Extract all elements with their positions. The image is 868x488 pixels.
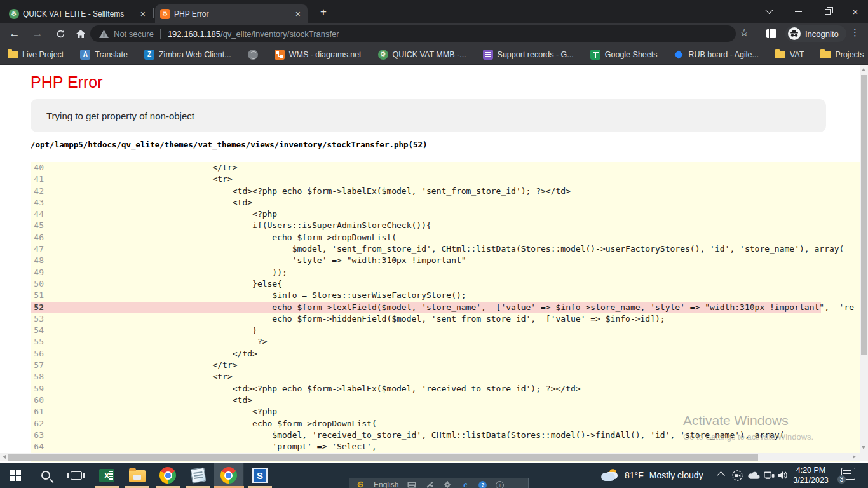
start-button[interactable] — [0, 463, 31, 488]
wms-icon — [275, 50, 285, 60]
line-number: 62 — [31, 418, 48, 430]
language-label[interactable]: English — [374, 480, 398, 488]
line-text: echo $form->textField($model, 'store_nam… — [48, 302, 854, 313]
taskbar-chrome-active[interactable] — [214, 463, 244, 488]
taskbar-search-button[interactable] — [31, 463, 61, 488]
window-restore-button[interactable] — [815, 0, 840, 23]
info-icon[interactable]: i — [496, 481, 504, 488]
browser-menu-icon[interactable]: ⋮ — [850, 27, 860, 38]
taskbar-s-app[interactable]: S — [245, 463, 275, 488]
bookmark-item-5[interactable]: ⚙QUICK VAT MMB -... — [378, 50, 466, 60]
horizontal-scrollbar[interactable] — [0, 453, 860, 461]
weather-icon — [601, 469, 619, 482]
scroll-up-arrow[interactable] — [862, 68, 865, 71]
bookmark-label: WMS - diagrams.net — [289, 50, 362, 59]
code-line-50: 50 }else{ — [31, 278, 860, 290]
tab-title: PHP Error — [174, 10, 290, 18]
keyboard-layout-icon[interactable] — [407, 480, 416, 488]
side-panel-icon[interactable] — [766, 29, 776, 38]
sheets-icon — [590, 50, 600, 60]
jira-icon — [674, 50, 684, 60]
bookmark-star-icon[interactable]: ☆ — [740, 27, 749, 39]
onedrive-cloud-icon[interactable] — [746, 463, 761, 488]
vertical-scroll-thumb[interactable] — [861, 75, 867, 355]
tab-search-chevron-icon[interactable] — [756, 0, 782, 23]
line-number: 45 — [31, 220, 48, 231]
code-line-56: 56 </td> — [31, 348, 860, 360]
bookmark-item-7[interactable]: Google Sheets — [590, 50, 658, 60]
new-tab-button[interactable]: + — [316, 5, 330, 19]
excel-icon: X — [99, 469, 114, 482]
line-number: 60 — [31, 395, 48, 406]
scroll-right-arrow[interactable] — [853, 455, 856, 459]
weather-temp: 81°F — [625, 470, 644, 480]
tab-title: QUICK VAT ELITE - SellItems — [23, 10, 135, 18]
code-line-47: 47 $model, 'sent_from_store_id', CHtml::… — [31, 243, 860, 255]
bookmark-item-2[interactable]: ZZimbra Web Client... — [144, 50, 231, 60]
internet-explorer-icon[interactable]: e — [461, 480, 470, 488]
window-close-button[interactable]: × — [843, 0, 868, 23]
bookmark-item-10[interactable]: Projects — [820, 50, 864, 59]
network-icon[interactable] — [761, 463, 776, 488]
scroll-left-arrow[interactable] — [3, 455, 6, 459]
tab-quick-vat-elite[interactable]: ⚙ QUICK VAT ELITE - SellItems × — [4, 4, 153, 23]
taskbar-chrome[interactable] — [153, 463, 183, 488]
code-line-59: 59 <td><?php echo $form->labelEx($model,… — [31, 383, 860, 395]
scrollbar-corner — [860, 453, 868, 461]
taskbar-excel[interactable]: X — [92, 463, 122, 488]
bookmark-item-4[interactable]: WMS - diagrams.net — [275, 50, 362, 60]
error-file-path: /opt/lampp5/htdocs/qv_elite/themes/vat_t… — [31, 140, 428, 149]
clock-date: 3/21/2023 — [788, 475, 834, 485]
bookmark-item-8[interactable]: RUB board - Agile... — [674, 50, 758, 60]
meet-now-icon[interactable] — [729, 463, 745, 488]
line-text: <tr> — [48, 173, 233, 185]
line-number: 40 — [31, 162, 48, 173]
line-text: }else{ — [48, 278, 282, 290]
vertical-scrollbar[interactable] — [860, 65, 868, 453]
task-view-button[interactable] — [61, 463, 92, 488]
folder-icon — [820, 51, 831, 58]
line-text: <tr> — [48, 371, 233, 383]
bookmark-item-1[interactable]: ATranslate — [80, 50, 128, 60]
chrome-icon — [220, 467, 237, 484]
avro-keyboard-icon[interactable] — [356, 480, 365, 488]
bookmark-item-3[interactable] — [248, 50, 258, 60]
code-line-40: 40 </tr> — [31, 162, 860, 173]
reload-button[interactable] — [52, 26, 69, 41]
line-text: $model, 'sent_from_store_id', CHtml::lis… — [48, 243, 844, 255]
taskbar-clock[interactable]: 4:20 PM 3/21/2023 — [788, 465, 834, 485]
tray-chevron-up-icon[interactable] — [717, 471, 725, 480]
settings-gear-icon[interactable] — [443, 480, 452, 488]
address-bar[interactable]: Not secure 192.168.1.185/qv_elite/invent… — [90, 25, 736, 42]
not-secure-warning-icon — [99, 30, 109, 38]
bookmark-item-0[interactable]: Live Project — [8, 50, 64, 59]
tools-icon[interactable] — [425, 480, 434, 488]
xampp-favicon: ⚙ — [160, 9, 170, 19]
bookmark-label: VAT — [790, 50, 804, 59]
horizontal-scroll-thumb[interactable] — [8, 454, 758, 461]
search-icon — [41, 471, 50, 480]
line-text: if(Users::isSuperAdminStoreCheck()){ — [48, 220, 431, 231]
code-line-60: 60 <td> — [31, 395, 860, 406]
home-button[interactable] — [72, 26, 89, 41]
bookmark-item-9[interactable]: VAT — [775, 50, 804, 59]
tab-close-icon[interactable]: × — [139, 9, 147, 19]
page-title: PHP Error — [31, 73, 102, 92]
taskbar-notepad[interactable] — [183, 463, 214, 488]
window-minimize-button[interactable] — [785, 0, 811, 23]
weather-widget[interactable]: 81°F Mostly cloudy — [601, 463, 703, 488]
language-bar[interactable]: English e ? i — [349, 478, 529, 488]
tab-close-icon[interactable]: × — [294, 9, 302, 19]
taskbar-file-explorer[interactable] — [122, 463, 153, 488]
back-button[interactable]: ← — [6, 26, 23, 41]
help-icon[interactable]: ? — [478, 481, 487, 488]
scroll-down-arrow[interactable] — [862, 446, 865, 449]
forward-button[interactable]: → — [29, 26, 46, 41]
bookmark-label: Translate — [95, 50, 128, 59]
bookmark-label: Support records - G... — [498, 50, 574, 59]
bookmark-item-6[interactable]: Support records - G... — [483, 50, 574, 60]
tab-php-error[interactable]: ⚙ PHP Error × — [155, 4, 308, 23]
tab-strip: ⚙ QUICK VAT ELITE - SellItems × ⚙ PHP Er… — [0, 0, 868, 23]
line-text: )); — [48, 267, 287, 278]
line-number: 48 — [31, 255, 48, 266]
